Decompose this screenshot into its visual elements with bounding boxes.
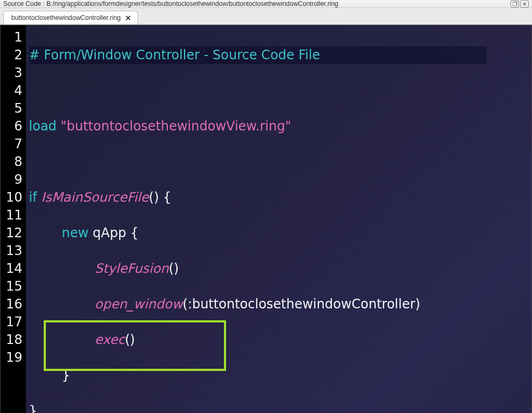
line-number: 9 xyxy=(6,171,23,189)
line-number-gutter: 1 2 3 4 5 6 7 8 9 10 11 12 13 14 15 16 1… xyxy=(1,25,26,413)
code-token: () xyxy=(169,261,179,276)
line-number: 17 xyxy=(6,313,23,331)
line-number: 10 xyxy=(6,189,23,206)
tab-label: buttontoclosethewindowController.ring xyxy=(11,14,121,22)
line-number: 11 xyxy=(6,206,23,224)
line-number: 7 xyxy=(6,135,23,153)
line-number: 5 xyxy=(6,100,23,118)
code-token: new xyxy=(62,225,89,240)
close-icon[interactable]: ✕ xyxy=(520,0,529,8)
code-token: "buttontoclosethewindowView.ring" xyxy=(57,119,291,134)
line-number: 18 xyxy=(6,331,23,349)
code-token: load xyxy=(29,119,57,134)
tab-bar: buttontoclosethewindowController.ring ✕ xyxy=(0,8,532,25)
tab-close-icon[interactable]: ✕ xyxy=(125,15,131,22)
code-editor[interactable]: 1 2 3 4 5 6 7 8 9 10 11 12 13 14 15 16 1… xyxy=(0,25,532,413)
line-number: 3 xyxy=(6,64,23,82)
titlebar-label: Source Code : B:/ring/applications/formd… xyxy=(3,0,338,8)
line-number: 2 xyxy=(6,46,23,64)
titlebar: Source Code : B:/ring/applications/formd… xyxy=(0,0,532,8)
restore-icon[interactable]: ❐ xyxy=(510,0,519,8)
line-number: 4 xyxy=(6,82,23,100)
code-token: # Form/Window Controller - Source Code F… xyxy=(29,47,320,63)
code-token: StyleFusion xyxy=(95,261,169,276)
line-number: 1 xyxy=(6,29,23,46)
line-number: 15 xyxy=(6,278,23,295)
line-number: 16 xyxy=(6,295,23,313)
line-number: 13 xyxy=(6,242,23,260)
line-number: 6 xyxy=(6,118,23,135)
tab-active[interactable]: buttontoclosethewindowController.ring ✕ xyxy=(3,11,138,24)
line-number: 14 xyxy=(6,260,23,278)
line-number: 19 xyxy=(6,349,23,367)
code-token: (:buttontoclosethewindowController) xyxy=(183,297,420,312)
code-token: qApp { xyxy=(88,225,139,240)
code-token: IsMainSourceFile xyxy=(37,190,149,205)
code-token: if xyxy=(29,190,37,205)
code-token: } xyxy=(29,403,37,413)
line-number: 12 xyxy=(6,224,23,242)
line-number: 8 xyxy=(6,153,23,171)
code-token: open_window xyxy=(95,297,183,312)
code-token: () { xyxy=(149,190,172,205)
annotation-highlight xyxy=(44,320,226,371)
